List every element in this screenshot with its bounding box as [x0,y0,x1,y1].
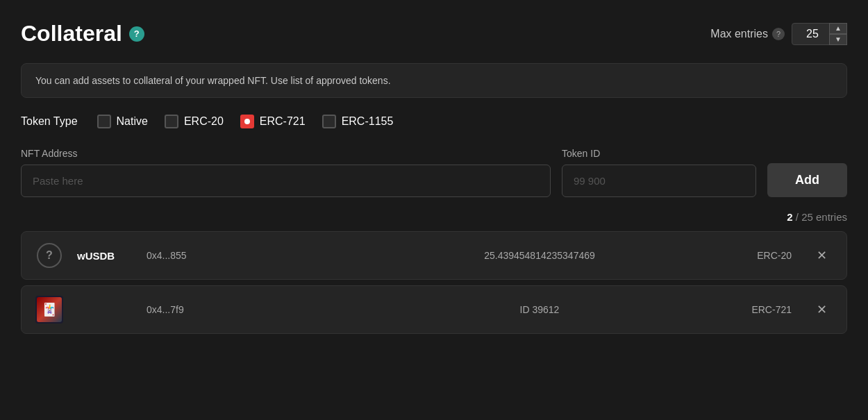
radio-native-box[interactable] [97,115,111,128]
radio-erc721-box[interactable] [240,115,254,128]
nft-address-input[interactable] [21,165,551,197]
page-title: Collateral [21,21,122,47]
max-entries-input-wrap: ▲ ▼ [792,23,847,45]
spinner-buttons: ▲ ▼ [829,23,847,45]
item-value: 25.439454814235347469 [350,250,729,261]
remove-item-button[interactable]: ✕ [811,245,833,266]
max-entries-area: Max entries ? ▲ ▼ [710,23,847,45]
token-type-label: Token Type [21,115,78,128]
entries-count: 2 / 25 entries [21,211,847,223]
spinner-down-button[interactable]: ▼ [829,34,847,45]
radio-erc1155[interactable]: ERC-1155 [322,115,394,128]
item-name: wUSDB [77,250,133,262]
item-type: ERC-721 [743,304,792,315]
max-entries-label: Max entries ? [710,28,785,40]
token-id-group: Token ID [562,148,756,197]
item-address: 0x4...855 [147,250,336,261]
nft-address-group: NFT Address [21,148,551,197]
radio-native-label: Native [117,115,148,128]
item-value: ID 39612 [350,304,729,315]
item-icon-wUSDB: ? [35,242,63,269]
nft-address-label: NFT Address [21,148,551,159]
max-entries-help-icon[interactable]: ? [772,28,785,40]
radio-erc20-label: ERC-20 [184,115,224,128]
radio-native[interactable]: Native [97,115,148,128]
entries-separator: / [796,211,801,223]
item-icon-nft [35,296,63,324]
radio-erc20-box[interactable] [165,115,178,128]
info-box: You can add assets to collateral of your… [21,63,847,98]
radio-erc1155-box[interactable] [322,115,336,128]
radio-erc721-label: ERC-721 [260,115,306,128]
add-button[interactable]: Add [767,163,847,197]
spinner-up-button[interactable]: ▲ [829,23,847,34]
page-header: Collateral ? Max entries ? ▲ ▼ [21,21,847,47]
token-type-row: Token Type Native ERC-20 ERC-721 ERC-115… [21,115,847,128]
item-type: ERC-20 [743,250,792,261]
remove-item-button[interactable]: ✕ [811,299,833,320]
token-id-label: Token ID [562,148,756,159]
title-area: Collateral ? [21,21,144,47]
token-id-input[interactable] [562,165,756,197]
unknown-icon: ? [37,243,62,268]
table-row: 0x4...7f9 ID 39612 ERC-721 ✕ [21,285,847,334]
nft-thumbnail [35,296,63,324]
item-address: 0x4...7f9 [147,304,336,315]
collateral-list: ? wUSDB 0x4...855 25.439454814235347469 … [21,231,847,334]
input-row: NFT Address Token ID Add [21,148,847,197]
table-row: ? wUSDB 0x4...855 25.439454814235347469 … [21,231,847,280]
radio-erc20[interactable]: ERC-20 [165,115,224,128]
radio-erc1155-label: ERC-1155 [342,115,394,128]
radio-erc721[interactable]: ERC-721 [240,115,306,128]
token-type-radio-group: Native ERC-20 ERC-721 ERC-1155 [97,115,394,128]
title-help-icon[interactable]: ? [129,26,144,42]
nft-thumb-image [37,297,62,322]
